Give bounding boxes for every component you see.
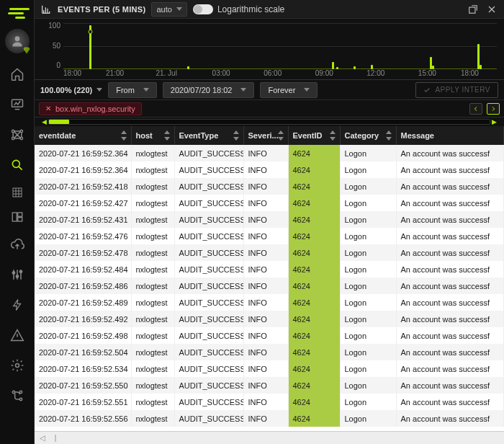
table-cell: INFO — [243, 261, 288, 278]
sidebar-item-sliders[interactable] — [0, 261, 35, 288]
sort-icon[interactable] — [386, 130, 393, 141]
sort-icon[interactable] — [233, 130, 240, 141]
close-chart-button[interactable] — [485, 3, 498, 16]
x-tick: 06:00 — [264, 69, 282, 79]
table-body: 2020-07-21 16:59:52.364nxlogtestAUDIT_SU… — [35, 145, 504, 427]
branch-icon — [10, 388, 24, 403]
log-scale-toggle[interactable]: Logarithmic scale — [193, 4, 284, 14]
table-row[interactable]: 2020-07-21 16:59:52.492nxlogtestAUDIT_SU… — [35, 311, 504, 327]
sort-icon[interactable] — [164, 130, 171, 141]
table-row[interactable]: 2020-07-21 16:59:52.484nxlogtestAUDIT_SU… — [35, 261, 504, 278]
x-tick: 18:00 — [461, 69, 479, 79]
table-cell: An account was successf — [396, 278, 504, 294]
table-cell: 4624 — [288, 161, 340, 178]
from-label: From — [116, 86, 135, 94]
query-bar: 100.00% (220) From 2020/07/20 18:02 Fore… — [35, 80, 504, 100]
chart-mode-label: auto — [156, 5, 171, 14]
horizontal-scrollbar[interactable]: ◀ ▶ — [35, 117, 504, 126]
svg-point-5 — [20, 137, 22, 139]
from-select[interactable]: From — [108, 82, 157, 98]
scroll-thumb[interactable] — [49, 120, 69, 124]
filter-chip[interactable]: ✕ box.win_nxlog.security — [39, 102, 142, 115]
table-row[interactable]: 2020-07-21 16:59:52.364nxlogtestAUDIT_SU… — [35, 161, 504, 178]
table-row[interactable]: 2020-07-21 16:59:52.476nxlogtestAUDIT_SU… — [35, 228, 504, 244]
range-select[interactable]: Forever — [260, 82, 318, 98]
apply-interval-button[interactable]: APPLY INTERV — [415, 82, 498, 98]
col-header-host[interactable]: host — [131, 126, 174, 145]
avatar[interactable] — [5, 29, 30, 53]
table-row[interactable]: 2020-07-21 16:59:52.418nxlogtestAUDIT_SU… — [35, 178, 504, 195]
table-cell: Logon — [340, 228, 396, 244]
toggle-knob — [194, 5, 202, 14]
results-table-wrap: eventdate host EventType Severi... Event… — [35, 126, 504, 431]
sidebar-item-cloud[interactable] — [0, 231, 35, 258]
table-cell: An account was successf — [396, 228, 504, 244]
table-cell: 4624 — [288, 261, 340, 278]
table-row[interactable]: 2020-07-21 16:59:52.498nxlogtestAUDIT_SU… — [35, 327, 504, 344]
bolt-icon — [11, 298, 24, 311]
scroll-track[interactable] — [48, 119, 490, 125]
table-cell: 2020-07-21 16:59:52.418 — [35, 178, 131, 195]
footer-collapse-left[interactable]: ◁ — [37, 433, 48, 443]
table-header: eventdate host EventType Severi... Event… — [35, 126, 504, 145]
sidebar-item-search[interactable] — [0, 151, 35, 179]
result-percent-label: 100.00% (220) — [40, 86, 92, 94]
popout-button[interactable] — [467, 3, 480, 16]
sidebar-item-bolt[interactable] — [0, 291, 35, 319]
table-row[interactable]: 2020-07-21 16:59:52.556nxlogtestAUDIT_SU… — [35, 410, 504, 427]
col-header-category[interactable]: Category — [340, 126, 396, 145]
sidebar-item-panels[interactable] — [0, 206, 35, 228]
sidebar-item-settings[interactable] — [0, 352, 35, 379]
sort-icon[interactable] — [330, 130, 337, 141]
date-select[interactable]: 2020/07/20 18:02 — [163, 82, 255, 98]
table-cell: Logon — [340, 294, 396, 311]
table-cell: 2020-07-21 16:59:52.431 — [35, 211, 131, 228]
chart-mode-select[interactable]: auto — [151, 2, 186, 17]
sort-icon[interactable] — [121, 130, 128, 141]
sidebar-item-alert[interactable] — [0, 321, 35, 349]
table-row[interactable]: 2020-07-21 16:59:52.478nxlogtestAUDIT_SU… — [35, 244, 504, 261]
table-row[interactable]: 2020-07-21 16:59:52.431nxlogtestAUDIT_SU… — [35, 211, 504, 228]
table-row[interactable]: 2020-07-21 16:59:52.489nxlogtestAUDIT_SU… — [35, 294, 504, 311]
table-row[interactable]: 2020-07-21 16:59:52.550nxlogtestAUDIT_SU… — [35, 377, 504, 394]
sidebar-item-graph[interactable] — [0, 121, 35, 148]
scroll-left-icon[interactable]: ◀ — [40, 118, 48, 125]
next-button[interactable] — [487, 103, 500, 115]
table-cell: 2020-07-21 16:59:52.498 — [35, 327, 131, 344]
table-cell: AUDIT_SUCCESS — [174, 344, 243, 360]
col-header-message[interactable]: Message — [396, 126, 504, 145]
table-row[interactable]: 2020-07-21 16:59:52.534nxlogtestAUDIT_SU… — [35, 360, 504, 377]
result-percent[interactable]: 100.00% (220) — [40, 86, 102, 94]
table-row[interactable]: 2020-07-21 16:59:52.427nxlogtestAUDIT_SU… — [35, 195, 504, 211]
table-row[interactable]: 2020-07-21 16:59:52.486nxlogtestAUDIT_SU… — [35, 278, 504, 294]
table-cell: An account was successf — [396, 410, 504, 427]
chart-title: EVENTS PER (5 MINS) — [58, 5, 145, 14]
table-cell: 2020-07-21 16:59:52.492 — [35, 311, 131, 327]
panels-icon — [11, 210, 24, 223]
svg-rect-7 — [13, 188, 22, 197]
scroll-right-icon[interactable]: ▶ — [490, 118, 498, 125]
date-label: 2020/07/20 18:02 — [171, 86, 233, 94]
sidebar-item-branch[interactable] — [0, 382, 35, 409]
chart-header: EVENTS PER (5 MINS) auto Logarithmic sca… — [35, 0, 504, 19]
prev-button[interactable] — [469, 103, 482, 115]
caret-down-icon — [96, 88, 102, 92]
sidebar-item-home[interactable] — [0, 61, 35, 88]
col-header-eventtype[interactable]: EventType — [174, 126, 243, 145]
sidebar-item-dashboard[interactable] — [0, 91, 35, 118]
sort-icon[interactable] — [278, 130, 285, 141]
table-cell: AUDIT_SUCCESS — [174, 394, 243, 410]
col-header-severity[interactable]: Severi... — [243, 126, 288, 145]
col-header-eventid[interactable]: EventID — [288, 126, 340, 145]
remove-chip-icon[interactable]: ✕ — [45, 105, 51, 112]
table-row[interactable]: 2020-07-21 16:59:52.551nxlogtestAUDIT_SU… — [35, 394, 504, 410]
table-cell: AUDIT_SUCCESS — [174, 161, 243, 178]
sidebar-item-grid[interactable] — [0, 182, 35, 203]
table-row[interactable]: 2020-07-21 16:59:52.504nxlogtestAUDIT_SU… — [35, 344, 504, 360]
table-row[interactable]: 2020-07-21 16:59:52.364nxlogtestAUDIT_SU… — [35, 145, 504, 161]
chevron-right-icon — [490, 106, 496, 112]
chart-body[interactable]: 100 50 0 — [35, 19, 504, 79]
table-cell: AUDIT_SUCCESS — [174, 360, 243, 377]
col-header-eventdate[interactable]: eventdate — [35, 126, 131, 145]
table-cell: AUDIT_SUCCESS — [174, 145, 243, 161]
